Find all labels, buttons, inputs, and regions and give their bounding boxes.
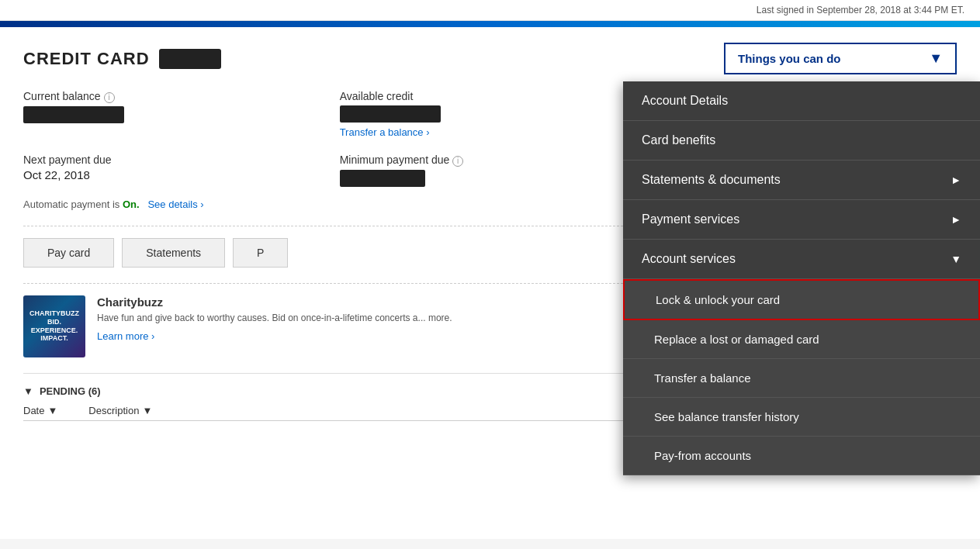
- dropdown-item-pay-from-accounts[interactable]: Pay-from accounts: [623, 437, 980, 475]
- auto-payment-status: On.: [123, 199, 140, 210]
- page-title: CREDIT CARD: [23, 49, 150, 69]
- statements-button[interactable]: Statements: [122, 238, 225, 268]
- credit-card-header: CREDIT CARD Things you can do ▼: [23, 43, 957, 74]
- statements-label: Statements & documents: [642, 173, 781, 187]
- balance-history-label: See balance transfer history: [654, 410, 799, 423]
- sort-icon-desc: ▼: [142, 405, 152, 416]
- dropdown-item-account-services[interactable]: Account services ▼: [623, 240, 980, 279]
- arrow-right-icon: ►: [951, 174, 961, 186]
- current-balance-value: [23, 106, 124, 123]
- learn-more-link[interactable]: Learn more ›: [97, 330, 154, 342]
- things-dropdown-menu: Account Details Card benefits Statements…: [623, 81, 980, 475]
- charity-name: Charitybuzz: [97, 295, 452, 309]
- dropdown-item-payment-services[interactable]: Payment services ►: [623, 200, 980, 240]
- available-credit-value: [340, 105, 441, 123]
- chevron-down-icon: ▼: [929, 50, 943, 67]
- dropdown-item-card-benefits[interactable]: Card benefits: [623, 121, 980, 161]
- payment-services-label: Payment services: [642, 212, 739, 226]
- credit-card-title: CREDIT CARD: [23, 49, 221, 69]
- minimum-payment-info-icon[interactable]: i: [452, 156, 463, 167]
- pending-label: PENDING (6): [40, 385, 101, 397]
- charity-image: CHARITYBUZZ BID. EXPERIENCE. IMPACT.: [23, 295, 85, 357]
- things-you-can-do-button[interactable]: Things you can do ▼: [724, 43, 957, 74]
- last-signed-text: Last signed in September 28, 2018 at 3:4…: [757, 5, 964, 16]
- account-details-label: Account Details: [642, 94, 728, 108]
- next-payment-value: Oct 22, 2018: [23, 168, 324, 181]
- sort-icon: ▼: [47, 405, 57, 416]
- arrow-right-icon-2: ►: [951, 213, 961, 226]
- available-credit-section: Available credit Transfer a balance ›: [340, 90, 641, 138]
- transfer-balance-link[interactable]: Transfer a balance ›: [340, 126, 641, 138]
- available-credit-label: Available credit: [340, 90, 414, 102]
- dropdown-item-account-details[interactable]: Account Details: [623, 81, 980, 121]
- current-balance-info-icon[interactable]: i: [104, 92, 115, 103]
- next-payment-label: Next payment due: [23, 154, 112, 166]
- current-balance-section: Current balance i: [23, 90, 324, 138]
- dropdown-item-replace-card[interactable]: Replace a lost or damaged card: [623, 320, 980, 359]
- lock-unlock-label: Lock & unlock your card: [656, 293, 780, 306]
- charity-content: Charitybuzz Have fun and give back to wo…: [97, 295, 452, 342]
- minimum-payment-section: Minimum payment due i: [340, 154, 641, 187]
- things-button-label: Things you can do: [738, 52, 841, 65]
- dropdown-item-balance-history[interactable]: See balance transfer history: [623, 398, 980, 437]
- blue-stripe: [0, 21, 980, 27]
- dropdown-item-lock-unlock[interactable]: Lock & unlock your card: [623, 279, 980, 320]
- triangle-icon: ▼: [23, 385, 33, 397]
- transfer-balance-label: Transfer a balance: [654, 371, 751, 385]
- third-action-button[interactable]: P: [233, 238, 288, 268]
- card-benefits-label: Card benefits: [642, 133, 715, 147]
- replace-card-label: Replace a lost or damaged card: [654, 333, 819, 346]
- account-services-label: Account services: [642, 252, 736, 266]
- card-number-mask: [159, 49, 221, 69]
- charity-description: Have fun and give back to worthy causes.…: [97, 312, 452, 323]
- current-balance-label: Current balance i: [23, 90, 115, 102]
- next-payment-section: Next payment due Oct 22, 2018: [23, 154, 324, 187]
- description-column-header[interactable]: Description ▼: [88, 405, 152, 416]
- dropdown-item-statements[interactable]: Statements & documents ►: [623, 161, 980, 200]
- dropdown-item-transfer-balance[interactable]: Transfer a balance: [623, 359, 980, 398]
- topbar: Last signed in September 28, 2018 at 3:4…: [0, 0, 980, 21]
- minimum-payment-label: Minimum payment due i: [340, 154, 464, 166]
- minimum-payment-value: [340, 170, 425, 187]
- see-details-link[interactable]: See details ›: [147, 199, 203, 210]
- main-container: CREDIT CARD Things you can do ▼ Current …: [0, 27, 980, 539]
- arrow-down-icon: ▼: [951, 253, 961, 265]
- pay-from-accounts-label: Pay-from accounts: [654, 449, 751, 462]
- date-column-header[interactable]: Date ▼: [23, 405, 57, 416]
- pay-card-button[interactable]: Pay card: [23, 238, 114, 268]
